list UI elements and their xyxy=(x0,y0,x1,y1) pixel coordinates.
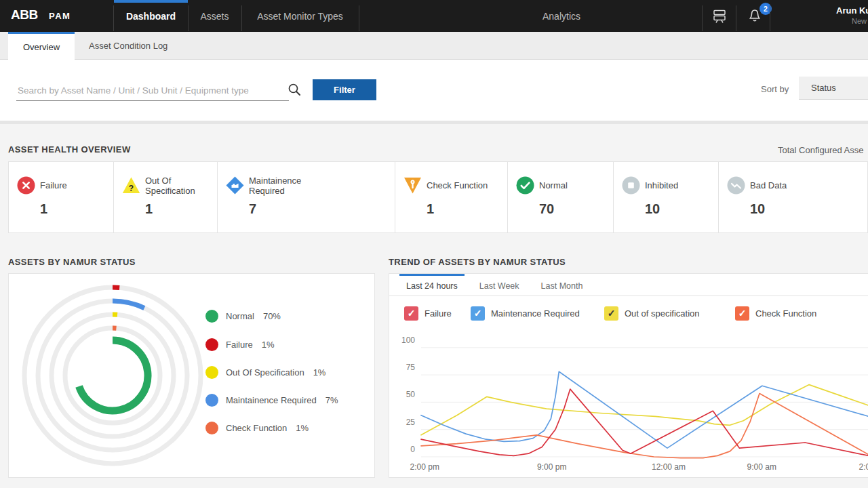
svg-text:?: ? xyxy=(129,184,134,193)
svg-text:25: 25 xyxy=(406,418,416,427)
trend-line-chart: 10075502502:00 pm9:00 pm12:00 am9:00 am2… xyxy=(389,328,868,477)
sort-by-label: Sort by xyxy=(761,84,789,94)
app-name: PAM xyxy=(49,11,71,21)
series-checkbox-maintenance-required[interactable]: ✓ Maintenance Required xyxy=(471,306,580,321)
checkbox-icon: ✓ xyxy=(604,306,618,321)
health-card-value: 10 xyxy=(750,201,765,217)
assets-by-namur-status-title: ASSETS BY NAMUR STATUS xyxy=(8,257,136,267)
series-checkbox-failure[interactable]: ✓ Failure xyxy=(404,306,452,321)
user-subtitle: New xyxy=(852,17,867,25)
svg-text:2:00 pm: 2:00 pm xyxy=(859,462,868,472)
health-card-out-of-specification[interactable]: ? Out Of Specification 1 xyxy=(113,162,218,232)
legend-dot xyxy=(205,422,218,434)
health-card-value: 1 xyxy=(145,201,153,217)
health-card-failure[interactable]: Failure 1 xyxy=(9,162,113,232)
nav-item-assets[interactable]: Assets xyxy=(188,0,241,32)
legend-item-check-function: Check Function 1% xyxy=(205,421,309,434)
health-card-label: Out Of Specification xyxy=(145,174,220,198)
svg-text:2:00 pm: 2:00 pm xyxy=(410,462,439,472)
legend-dot xyxy=(205,338,218,351)
out-of-specification-icon: ? xyxy=(122,176,140,195)
health-card-value: 7 xyxy=(249,201,256,217)
check-function-icon xyxy=(403,176,422,195)
health-card-normal[interactable]: Normal 70 xyxy=(507,162,614,232)
maintenance-required-icon xyxy=(226,176,244,195)
normal-icon xyxy=(516,176,534,195)
svg-text:0: 0 xyxy=(410,445,415,454)
svg-text:9:00 am: 9:00 am xyxy=(747,462,776,472)
svg-text:100: 100 xyxy=(401,336,415,345)
health-card-label: Check Function xyxy=(427,174,501,198)
health-cards-row: Failure 1 ? Out Of Specification 1 Maint… xyxy=(8,161,868,233)
filter-button[interactable]: Filter xyxy=(313,79,376,100)
namur-donut-chart xyxy=(9,274,219,477)
series-checkbox-check-function[interactable]: ✓ Check Function xyxy=(735,306,816,321)
legend-dot xyxy=(205,310,218,323)
checkbox-icon: ✓ xyxy=(471,306,485,321)
trend-range-tabs: Last 24 hours Last Week Last Month xyxy=(389,274,868,296)
checkbox-icon: ✓ xyxy=(735,306,749,321)
tab-last-24-hours[interactable]: Last 24 hours xyxy=(399,274,465,296)
svg-text:50: 50 xyxy=(406,390,416,399)
legend-item-out-of-specification: Out Of Specification 1% xyxy=(205,365,326,379)
health-card-value: 10 xyxy=(645,201,660,217)
user-menu[interactable]: Arun Ku xyxy=(836,5,868,16)
tab-asset-condition-log[interactable]: Asset Condition Log xyxy=(89,32,167,60)
legend-item-maintenance-required: Maintainence Required 7% xyxy=(205,393,338,407)
health-card-label: Inhibited xyxy=(645,174,719,198)
trend-panel: Last 24 hours Last Week Last Month ✓ Fai… xyxy=(389,273,868,478)
total-configured-assets-label: Total Configured Asse xyxy=(778,145,863,155)
svg-text:12:00 am: 12:00 am xyxy=(652,462,686,472)
nav-separator xyxy=(702,5,703,31)
trend-of-assets-title: TREND OF ASSETS BY NAMUR STATUS xyxy=(389,257,566,267)
health-card-label: Bad Data xyxy=(750,174,825,198)
inhibited-icon xyxy=(622,176,640,195)
nav-separator xyxy=(359,5,359,31)
search-icon[interactable] xyxy=(288,83,301,99)
notifications-bell-icon[interactable]: 2 xyxy=(745,0,765,32)
namur-donut-panel: Normal 70% Failure 1% Out Of Specificati… xyxy=(8,273,375,478)
tab-overview[interactable]: Overview xyxy=(8,32,75,60)
health-card-label: Normal xyxy=(539,174,614,198)
health-card-label: Maintainence Required xyxy=(249,174,323,198)
nav-item-asset-monitor-types[interactable]: Asset Monitor Types xyxy=(241,0,359,32)
health-card-value: 70 xyxy=(539,201,554,217)
health-card-check-function[interactable]: Check Function 1 xyxy=(395,162,508,232)
series-checkbox-out-of-specification[interactable]: ✓ Out of specification xyxy=(604,306,700,321)
tab-last-month[interactable]: Last Month xyxy=(534,274,590,296)
asset-health-overview-title: ASSET HEALTH OVERVIEW xyxy=(8,144,131,155)
nav-separator xyxy=(770,5,770,31)
abb-logo: ABB xyxy=(11,7,38,22)
health-card-bad-data[interactable]: Bad Data 10 xyxy=(718,162,868,232)
health-card-value: 1 xyxy=(427,201,434,217)
checkbox-icon: ✓ xyxy=(404,306,418,321)
svg-text:9:00 pm: 9:00 pm xyxy=(537,462,566,472)
failure-icon xyxy=(17,176,35,195)
top-nav-bar: ABB PAM Dashboard Assets Asset Monitor T… xyxy=(0,0,868,32)
nav-separator xyxy=(736,5,736,31)
nav-item-dashboard[interactable]: Dashboard xyxy=(114,0,188,32)
search-input[interactable] xyxy=(16,80,289,101)
sort-dropdown[interactable]: Status xyxy=(799,77,868,100)
health-card-value: 1 xyxy=(40,201,47,217)
health-card-inhibited[interactable]: Inhibited 10 xyxy=(613,162,719,232)
legend-dot xyxy=(205,366,218,379)
health-card-maintenance-required[interactable]: Maintainence Required 7 xyxy=(217,162,395,232)
bad-data-icon xyxy=(727,176,745,195)
legend-item-failure: Failure 1% xyxy=(205,338,275,351)
health-card-label: Failure xyxy=(40,174,115,198)
legend-item-normal: Normal 70% xyxy=(205,309,281,323)
nav-item-analytics[interactable]: Analytics xyxy=(529,0,594,32)
svg-text:75: 75 xyxy=(406,363,416,372)
section-divider xyxy=(0,121,868,124)
server-icon[interactable] xyxy=(709,0,730,32)
tab-last-week[interactable]: Last Week xyxy=(473,274,526,296)
legend-dot xyxy=(205,394,218,407)
